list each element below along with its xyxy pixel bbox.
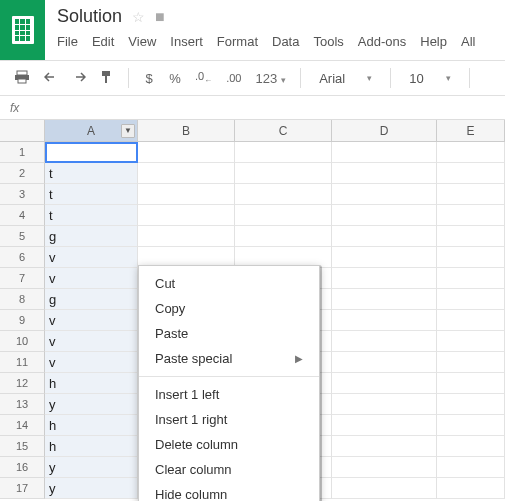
cell-E6[interactable] <box>437 247 505 268</box>
cell-A8[interactable]: g <box>45 289 138 310</box>
row-header[interactable]: 4 <box>0 205 45 226</box>
cell-A11[interactable]: v <box>45 352 138 373</box>
menu-all[interactable]: All <box>461 34 475 49</box>
cell-E13[interactable] <box>437 394 505 415</box>
cell-E4[interactable] <box>437 205 505 226</box>
menu-insert[interactable]: Insert <box>170 34 203 49</box>
menu-help[interactable]: Help <box>420 34 447 49</box>
column-header-E[interactable]: E <box>437 120 505 142</box>
cell-A10[interactable]: v <box>45 331 138 352</box>
menu-item-insert-1-right[interactable]: Insert 1 right <box>139 407 319 432</box>
cell-D8[interactable] <box>332 289 437 310</box>
cell-C5[interactable] <box>235 226 332 247</box>
cell-A16[interactable]: y <box>45 457 138 478</box>
row-header[interactable]: 10 <box>0 331 45 352</box>
cell-A12[interactable]: h <box>45 373 138 394</box>
cell-A13[interactable]: y <box>45 394 138 415</box>
row-header[interactable]: 11 <box>0 352 45 373</box>
cell-E3[interactable] <box>437 184 505 205</box>
column-menu-arrow-icon[interactable]: ▼ <box>121 124 135 138</box>
cell-E15[interactable] <box>437 436 505 457</box>
select-all-corner[interactable] <box>0 120 45 142</box>
cell-D13[interactable] <box>332 394 437 415</box>
cell-C1[interactable] <box>235 142 332 163</box>
cell-D17[interactable] <box>332 478 437 499</box>
row-header[interactable]: 14 <box>0 415 45 436</box>
cell-A5[interactable]: g <box>45 226 138 247</box>
cell-C2[interactable] <box>235 163 332 184</box>
cell-E14[interactable] <box>437 415 505 436</box>
cell-C3[interactable] <box>235 184 332 205</box>
cell-E8[interactable] <box>437 289 505 310</box>
row-header[interactable]: 15 <box>0 436 45 457</box>
row-header[interactable]: 12 <box>0 373 45 394</box>
redo-icon[interactable] <box>68 67 90 90</box>
cell-B4[interactable] <box>138 205 235 226</box>
menu-tools[interactable]: Tools <box>313 34 343 49</box>
row-header[interactable]: 3 <box>0 184 45 205</box>
cell-A3[interactable]: t <box>45 184 138 205</box>
decrease-decimal[interactable]: .0← <box>191 66 216 89</box>
menu-item-insert-1-left[interactable]: Insert 1 left <box>139 382 319 407</box>
menu-view[interactable]: View <box>128 34 156 49</box>
cell-D1[interactable] <box>332 142 437 163</box>
menu-addons[interactable]: Add-ons <box>358 34 406 49</box>
menu-item-paste-special[interactable]: Paste special▶ <box>139 346 319 371</box>
row-header[interactable]: 8 <box>0 289 45 310</box>
column-header-A[interactable]: A▼ <box>45 120 138 142</box>
increase-decimal[interactable]: .00 <box>222 68 245 88</box>
column-header-C[interactable]: C <box>235 120 332 142</box>
row-header[interactable]: 6 <box>0 247 45 268</box>
cell-D3[interactable] <box>332 184 437 205</box>
cell-D7[interactable] <box>332 268 437 289</box>
menu-item-hide-column[interactable]: Hide column <box>139 482 319 501</box>
menu-item-cut[interactable]: Cut <box>139 271 319 296</box>
cell-A2[interactable]: t <box>45 163 138 184</box>
cell-E5[interactable] <box>437 226 505 247</box>
cell-D9[interactable] <box>332 310 437 331</box>
cell-A14[interactable]: h <box>45 415 138 436</box>
cell-D12[interactable] <box>332 373 437 394</box>
cell-D2[interactable] <box>332 163 437 184</box>
undo-icon[interactable] <box>40 67 62 90</box>
column-header-D[interactable]: D <box>332 120 437 142</box>
cell-E9[interactable] <box>437 310 505 331</box>
cell-E7[interactable] <box>437 268 505 289</box>
cell-A15[interactable]: h <box>45 436 138 457</box>
format-currency[interactable]: $ <box>139 67 159 90</box>
formula-bar[interactable]: fx <box>0 96 505 120</box>
cell-D15[interactable] <box>332 436 437 457</box>
menu-item-paste[interactable]: Paste <box>139 321 319 346</box>
cell-E12[interactable] <box>437 373 505 394</box>
cell-D6[interactable] <box>332 247 437 268</box>
row-header[interactable]: 1 <box>0 142 45 163</box>
font-family-select[interactable]: Arial▾ <box>311 71 380 86</box>
cell-D4[interactable] <box>332 205 437 226</box>
row-header[interactable]: 16 <box>0 457 45 478</box>
menu-item-copy[interactable]: Copy <box>139 296 319 321</box>
folder-icon[interactable]: ■ <box>155 8 165 26</box>
column-header-B[interactable]: B <box>138 120 235 142</box>
menu-file[interactable]: File <box>57 34 78 49</box>
row-header[interactable]: 13 <box>0 394 45 415</box>
cell-D16[interactable] <box>332 457 437 478</box>
cell-C4[interactable] <box>235 205 332 226</box>
menu-format[interactable]: Format <box>217 34 258 49</box>
paint-format-icon[interactable] <box>96 66 118 91</box>
cell-A17[interactable]: y <box>45 478 138 499</box>
cell-E17[interactable] <box>437 478 505 499</box>
menu-item-delete-column[interactable]: Delete column <box>139 432 319 457</box>
cell-A6[interactable]: v <box>45 247 138 268</box>
cell-D10[interactable] <box>332 331 437 352</box>
cell-A9[interactable]: v <box>45 310 138 331</box>
cell-A7[interactable]: v <box>45 268 138 289</box>
cell-E2[interactable] <box>437 163 505 184</box>
row-header[interactable]: 7 <box>0 268 45 289</box>
cell-E1[interactable] <box>437 142 505 163</box>
cell-B3[interactable] <box>138 184 235 205</box>
cell-A4[interactable]: t <box>45 205 138 226</box>
menu-edit[interactable]: Edit <box>92 34 114 49</box>
row-header[interactable]: 5 <box>0 226 45 247</box>
print-icon[interactable] <box>10 66 34 91</box>
app-logo[interactable] <box>0 0 45 60</box>
